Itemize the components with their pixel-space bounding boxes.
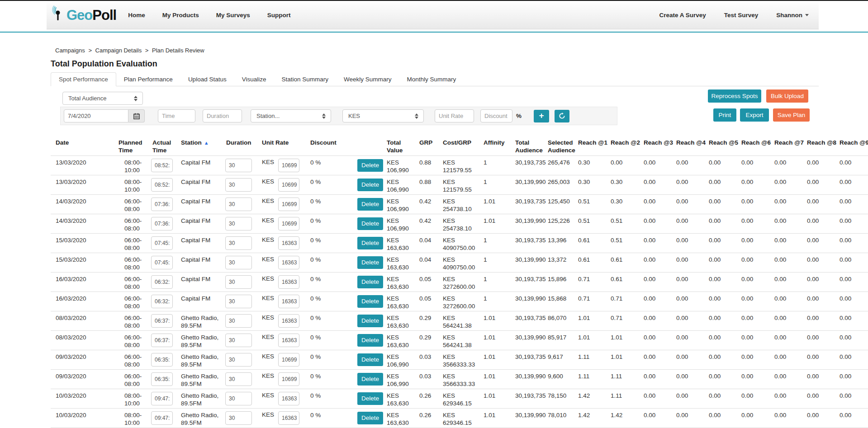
cell-date: 15/03/2020 (51, 233, 114, 253)
actual-time-input[interactable] (151, 334, 173, 347)
actual-time-input[interactable] (151, 295, 173, 308)
actual-time-input[interactable] (151, 159, 173, 172)
duration-input[interactable] (225, 353, 252, 367)
delete-button[interactable]: Delete (357, 198, 383, 211)
nav-home[interactable]: Home (128, 12, 145, 19)
unit-rate-input[interactable] (278, 198, 299, 211)
unit-rate-input[interactable] (278, 236, 299, 250)
nav-test-survey[interactable]: Test Survey (724, 12, 759, 19)
delete-button[interactable]: Delete (357, 217, 383, 230)
duration-input[interactable] (225, 256, 252, 269)
duration-input[interactable] (225, 178, 252, 192)
actual-time-input[interactable] (151, 411, 173, 425)
actual-time-input[interactable] (151, 372, 173, 386)
column-header-station[interactable]: Station▲ (176, 136, 221, 155)
actual-time-input[interactable] (151, 314, 173, 328)
unit-rate-input-filter[interactable] (435, 109, 474, 122)
actual-time-input[interactable] (151, 198, 173, 211)
duration-input[interactable] (225, 392, 252, 405)
discount-input-filter[interactable] (480, 109, 512, 122)
station-select[interactable]: Station... (251, 109, 331, 122)
tab-plan-performance[interactable]: Plan Performance (116, 73, 180, 86)
main-nav: Home My Products My Surveys Support (128, 12, 290, 19)
time-input[interactable] (158, 109, 195, 122)
delete-button[interactable]: Delete (357, 353, 383, 366)
duration-input[interactable] (225, 314, 252, 328)
geopoll-logo[interactable]: GeoPoll (50, 5, 116, 24)
unit-rate-input[interactable] (278, 217, 299, 230)
tab-weekly-summary[interactable]: Weekly Summary (336, 73, 399, 86)
nav-support[interactable]: Support (267, 12, 291, 19)
unit-rate-input[interactable] (278, 275, 299, 289)
cell-planned: 06:00-08:00 (114, 194, 147, 214)
actual-time-input[interactable] (151, 236, 173, 250)
tab-monthly-summary[interactable]: Monthly Summary (399, 73, 464, 86)
unit-rate-input[interactable] (278, 372, 299, 386)
cell-reach-8: 0.00 (802, 214, 835, 233)
unit-rate-input[interactable] (278, 295, 299, 308)
duration-input[interactable] (225, 295, 252, 308)
unit-rate-input[interactable] (278, 392, 299, 405)
actual-time-input[interactable] (151, 178, 173, 192)
unit-rate-input[interactable] (278, 411, 299, 425)
delete-button[interactable]: Delete (357, 373, 383, 386)
delete-button[interactable]: Delete (357, 315, 383, 327)
duration-input[interactable] (225, 198, 252, 211)
calendar-button[interactable] (128, 109, 145, 122)
duration-input-filter[interactable] (203, 109, 242, 122)
delete-button[interactable]: Delete (357, 412, 383, 424)
date-input[interactable] (64, 109, 128, 122)
bulk-upload-button[interactable]: Bulk Upload (766, 89, 808, 103)
delete-button[interactable]: Delete (357, 392, 383, 405)
delete-button[interactable]: Delete (357, 256, 383, 269)
actual-time-input[interactable] (151, 353, 173, 367)
print-button[interactable]: Print (713, 108, 736, 122)
unit-rate-input[interactable] (278, 334, 299, 347)
logo-wordmark: GeoPoll (66, 8, 116, 22)
duration-input[interactable] (225, 236, 252, 250)
breadcrumb-plan-details-review[interactable]: Plan Details Review (152, 47, 204, 54)
duration-input[interactable] (225, 372, 252, 386)
nav-create-a-survey[interactable]: Create A Survey (659, 12, 706, 19)
refresh-button[interactable] (555, 110, 569, 122)
actual-time-input[interactable] (151, 275, 173, 289)
actual-time-input[interactable] (151, 392, 173, 405)
breadcrumb-campaigns[interactable]: Campaigns (55, 47, 85, 54)
tab-spot-performance[interactable]: Spot Performance (51, 72, 116, 87)
tab-upload-status[interactable]: Upload Status (180, 73, 234, 86)
duration-input[interactable] (225, 275, 252, 289)
reprocess-spots-button[interactable]: Reprocess Spots (708, 89, 761, 103)
delete-button[interactable]: Delete (357, 179, 383, 191)
tab-station-summary[interactable]: Station Summary (274, 73, 336, 86)
user-menu[interactable]: Shannon (776, 12, 809, 19)
duration-input[interactable] (225, 217, 252, 230)
currency-select[interactable]: KES (342, 109, 424, 122)
export-button[interactable]: Export (740, 108, 769, 122)
delete-button[interactable]: Delete (357, 276, 383, 288)
cell-reach-6: 0.00 (736, 311, 769, 330)
unit-rate-input[interactable] (278, 178, 299, 192)
add-spot-button[interactable]: + (534, 110, 549, 122)
tab-visualize[interactable]: Visualize (234, 73, 274, 86)
duration-input[interactable] (225, 334, 252, 347)
unit-rate-input[interactable] (278, 159, 299, 172)
cell-reach-8: 0.00 (802, 272, 835, 292)
unit-rate-input[interactable] (278, 314, 299, 328)
audience-select[interactable]: Total Audience (62, 92, 143, 105)
breadcrumb-campaign-details[interactable]: Campaign Details (95, 47, 142, 54)
duration-input[interactable] (225, 411, 252, 425)
delete-button[interactable]: Delete (357, 295, 383, 308)
actual-time-input[interactable] (151, 217, 173, 230)
delete-button[interactable]: Delete (357, 159, 383, 172)
save-plan-button[interactable]: Save Plan (773, 108, 810, 122)
unit-rate-input[interactable] (278, 256, 299, 269)
delete-button[interactable]: Delete (357, 237, 383, 249)
nav-my-surveys[interactable]: My Surveys (216, 12, 250, 19)
unit-rate-input[interactable] (278, 353, 299, 367)
actual-time-input[interactable] (151, 256, 173, 269)
nav-my-products[interactable]: My Products (162, 12, 199, 19)
cell-station: Capital FM (176, 272, 221, 292)
cell-reach-8: 0.00 (802, 408, 835, 428)
duration-input[interactable] (225, 159, 252, 172)
delete-button[interactable]: Delete (357, 334, 383, 347)
